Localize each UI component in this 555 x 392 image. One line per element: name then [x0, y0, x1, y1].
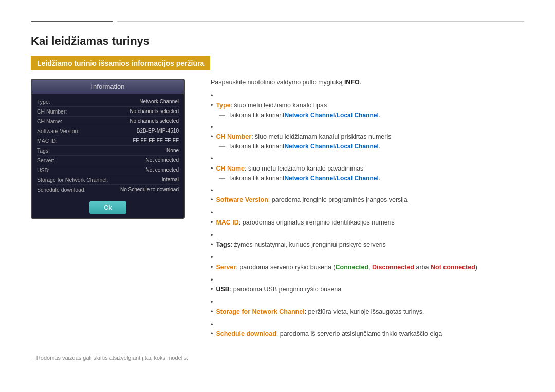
info-row: Storage for Network Channel:Internal	[37, 175, 179, 185]
info-row-label: Software Version:	[37, 128, 94, 134]
list-item: •CH Name: šiuo metu leidžiamo kanalo pav…	[211, 154, 524, 183]
item-text: : peržiūra vieta, kurioje išsaugotas tur…	[305, 308, 424, 315]
list-item: •Tags: žymės nustatymai, kuriuos įrengin…	[211, 231, 524, 250]
bullet-dot: •	[211, 241, 213, 248]
term-label: Schedule download	[216, 330, 276, 338]
info-row-value: No channels selected	[130, 108, 179, 115]
item-text: : parodoma USB įrenginio ryšio būsena	[230, 286, 341, 293]
list-item-content: •Software Version: parodoma įrenginio pr…	[211, 195, 524, 205]
sub-item: Taikoma tik atkuriant Network Channel / …	[219, 110, 524, 120]
left-column: Information Type:Network ChannelCH Numbe…	[31, 79, 190, 219]
term-label: USB	[216, 286, 229, 293]
info-row: Server:Not connected	[37, 156, 179, 165]
footnote: Rodomas vaizdas gali skirtis atsižvelgia…	[31, 354, 524, 361]
bullet-dot: •	[211, 330, 213, 338]
list-item: •USB: parodoma USB įrenginio ryšio būsen…	[211, 275, 524, 295]
info-row-label: CH Name:	[37, 118, 94, 124]
item-text: : parodoma įrenginio programinės įrangos…	[268, 196, 408, 203]
item-text: : parodoma serverio ryšio būsena (Connec…	[236, 264, 477, 271]
info-row: Tags:None	[37, 146, 179, 156]
list-item-content: •Schedule download: parodoma iš serverio…	[211, 329, 524, 339]
list-item: •Software Version: parodoma įrenginio pr…	[211, 186, 524, 206]
section-label: Leidžiamo turinio išsamios informacijos …	[31, 56, 210, 70]
local-channel-link: Local Channel	[337, 110, 379, 120]
info-row-value: None	[166, 147, 179, 154]
info-row-value: B2B-EP-MIP-4510	[137, 128, 179, 134]
term-label: Software Version	[216, 196, 268, 203]
ok-button[interactable]: Ok	[89, 201, 126, 214]
item-text: : šiuo metu leidžiamo kanalo tipas	[231, 102, 327, 109]
list-item-content: •CH Number: šiuo metu leidžiamam kanalui…	[211, 132, 524, 151]
info-row-label: Tags:	[37, 147, 94, 154]
list-item: •Storage for Network Channel: peržiūra v…	[211, 297, 524, 317]
term-label: CH Number	[216, 133, 251, 140]
info-row: MAC ID:FF-FF-FF-FF-FF-FF	[37, 136, 179, 146]
intro-suffix: .	[360, 79, 361, 86]
network-channel-link: Network Channel	[284, 110, 335, 120]
bullet-dot: •	[211, 264, 213, 271]
network-channel-link: Network Channel	[284, 174, 335, 183]
info-row-label: Server:	[37, 157, 94, 163]
list-item: •CH Number: šiuo metu leidžiamam kanalui…	[211, 123, 524, 152]
term-label: Type	[216, 102, 230, 109]
info-row: USB:Not connected	[37, 165, 179, 175]
disconnected-status: Disconnected	[372, 264, 414, 271]
item-text: : parodoma iš serverio atsisiųnčiamo tin…	[276, 330, 442, 338]
list-item-content: •Server: parodoma serverio ryšio būsena …	[211, 263, 524, 272]
term-label: CH Name	[216, 165, 245, 172]
sub-item: Taikoma tik atkuriant Network Channel / …	[219, 142, 524, 151]
list-item-content: •CH Name: šiuo metu leidžiamo kanalo pav…	[211, 164, 524, 183]
bullet-list: •Type: šiuo metu leidžiamo kanalo tipasT…	[211, 91, 524, 339]
network-channel-link: Network Channel	[284, 142, 335, 151]
top-rule	[31, 21, 524, 22]
info-row-value: No Schedule to download	[120, 186, 179, 193]
term-label: Server	[216, 264, 236, 271]
info-row: CH Name:No channels selected	[37, 117, 179, 126]
list-item-content: •USB: parodoma USB įrenginio ryšio būsen…	[211, 285, 524, 294]
item-text: : šiuo metu leidžiamo kanalo pavadinimas	[245, 165, 363, 172]
info-panel: Information Type:Network ChannelCH Numbe…	[31, 79, 185, 219]
list-item: •Type: šiuo metu leidžiamo kanalo tipasT…	[211, 91, 524, 120]
info-row-label: Type:	[37, 99, 94, 105]
info-row: CH Number:No channels selected	[37, 107, 179, 117]
bullet-dot: •	[211, 102, 213, 109]
info-row-value: Network Channel	[139, 99, 179, 105]
term-label: MAC ID	[216, 219, 238, 226]
list-item: •MAC ID: parodomas originalus įrenginio …	[211, 208, 524, 228]
not-connected-status: Not connected	[431, 264, 475, 271]
connected-status: Connected	[335, 264, 368, 271]
info-row-label: USB:	[37, 167, 94, 173]
page-title: Kai leidžiamas turinys	[31, 34, 524, 48]
list-item-content: •Type: šiuo metu leidžiamo kanalo tipasT…	[211, 101, 524, 120]
intro-text: Paspauskite nuotolinio valdymo pulto myg…	[211, 79, 524, 86]
info-panel-body: Type:Network ChannelCH Number:No channel…	[32, 94, 184, 197]
info-row: Type:Network Channel	[37, 97, 179, 107]
info-row-label: CH Number:	[37, 108, 94, 115]
info-row: Schedule download:No Schedule to downloa…	[37, 185, 179, 194]
right-column: Paspauskite nuotolinio valdymo pulto myg…	[211, 79, 524, 342]
item-text: : šiuo metu leidžiamam kanalui priskirta…	[251, 133, 391, 140]
term-label: Storage for Network Channel	[216, 308, 304, 315]
info-row-value: Not connected	[146, 157, 179, 163]
list-item-content: •Storage for Network Channel: peržiūra v…	[211, 307, 524, 317]
item-text: : parodomas originalus įrenginio identif…	[239, 219, 395, 226]
info-panel-footer: Ok	[32, 197, 184, 218]
list-item-content: •MAC ID: parodomas originalus įrenginio …	[211, 218, 524, 228]
list-item-content: •Tags: žymės nustatymai, kuriuos įrengin…	[211, 240, 524, 250]
info-row-value: Internal	[162, 177, 179, 183]
info-row-value: No channels selected	[130, 118, 179, 124]
info-keyword: INFO	[344, 79, 360, 86]
item-text: : žymės nustatymai, kuriuos įrenginiui p…	[231, 241, 386, 248]
info-row-value: Not connected	[146, 167, 179, 173]
bullet-dot: •	[211, 133, 213, 140]
info-row: Software Version:B2B-EP-MIP-4510	[37, 126, 179, 136]
term-label: Tags	[216, 241, 230, 248]
local-channel-link: Local Channel	[337, 174, 379, 183]
bullet-dot: •	[211, 308, 213, 315]
intro-prefix: Paspauskite nuotolinio valdymo pulto myg…	[211, 79, 344, 86]
info-row-label: MAC ID:	[37, 138, 94, 144]
info-row-label: Storage for Network Channel:	[37, 177, 108, 183]
sub-item: Taikoma tik atkuriant Network Channel / …	[219, 174, 524, 183]
list-item: •Schedule download: parodoma iš serverio…	[211, 320, 524, 340]
info-panel-header: Information	[32, 80, 184, 94]
